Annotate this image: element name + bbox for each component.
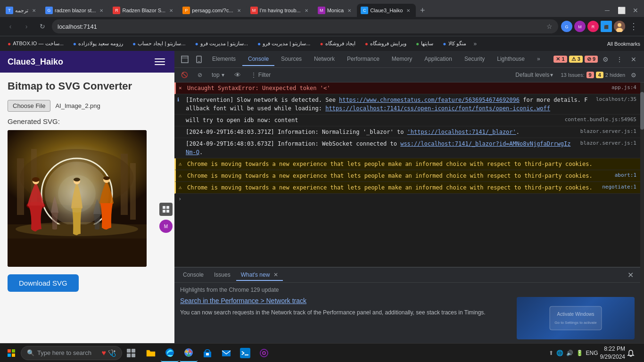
devtools-tab-more[interactable]: » — [531, 53, 546, 66]
devtools-tab-lighthouse[interactable]: Lighthouse — [491, 53, 530, 66]
console-location-1[interactable]: app.js:4 — [608, 84, 636, 92]
battery-icon[interactable]: 🔋 — [576, 350, 583, 356]
tab-close-4[interactable]: ✕ — [235, 7, 243, 14]
forward-button[interactable]: › — [20, 20, 33, 33]
devtools-close-icon[interactable]: ✕ — [627, 53, 640, 66]
issues-settings-icon[interactable]: ⚙ — [627, 68, 640, 82]
devtools-settings-icon[interactable]: ⚙ — [599, 53, 612, 66]
search-health-icon[interactable]: 🩺 — [108, 349, 116, 357]
tab-close-3[interactable]: ✕ — [167, 7, 175, 14]
devtools-tab-elements[interactable]: Elements — [206, 53, 241, 66]
devtools-bottom-tab-console[interactable]: Console — [178, 270, 208, 281]
refresh-button[interactable]: ↻ — [36, 20, 49, 33]
network-icon[interactable]: 🌐 — [556, 350, 563, 356]
notification-center[interactable] — [627, 344, 638, 362]
minimize-button[interactable]: ─ — [601, 4, 614, 17]
grid-icon[interactable] — [159, 203, 173, 216]
start-button[interactable] — [2, 344, 21, 362]
blazor-link-1[interactable]: 'https://localhost:7141/_blazor' — [407, 129, 516, 135]
bookmark-edit-store[interactable]: ● ویرایش فروشگاه — [361, 39, 410, 49]
task-view-button[interactable] — [122, 344, 140, 362]
profile-avatar[interactable] — [614, 21, 625, 32]
show-desktop-icon[interactable]: ⬆ — [549, 350, 553, 356]
console-filter-toggle[interactable]: ⊘ — [195, 71, 205, 79]
bookmark-atbox[interactable]: ● ATBOX.IO — ساخت... — [4, 39, 67, 49]
bookmark-create-store[interactable]: ● ایجاد فروشگاه — [316, 39, 359, 49]
taskbar-search[interactable]: 🔍 Type here to search ♥ 🩺 — [21, 346, 122, 360]
taskbar-vscode[interactable] — [236, 344, 254, 362]
bookmark-resume[interactable]: ● رزومه سعید پولادزاده — [69, 39, 127, 49]
devtools-tab-memory[interactable]: Memory — [386, 53, 418, 66]
intervention-link-1[interactable]: https://www.chromestatus.com/feature/563… — [339, 97, 520, 103]
devtools-options-icon[interactable]: ⋮ — [613, 53, 626, 66]
devtools-tab-sources[interactable]: Sources — [275, 53, 307, 66]
console-filter-btn[interactable]: ⋮ Filter — [248, 71, 274, 79]
tab-2[interactable]: G radzen blazor st... ✕ — [41, 4, 109, 17]
console-location-8[interactable]: negotiate:1 — [598, 183, 636, 191]
blazor-link-2[interactable]: wss://localhost:7141/_blazor?id=AMNo8vNj… — [186, 140, 570, 156]
url-bar[interactable]: localhost:7141 ☆ — [52, 19, 558, 33]
chrome-menu-button[interactable]: ⋮ — [627, 20, 640, 33]
download-svg-button[interactable]: Download SVG — [8, 274, 79, 292]
bookmark-sazito2[interactable]: ● سازیتو | مدیریت فرو... — [191, 39, 252, 49]
console-location-2[interactable]: localhost/:35 — [592, 96, 636, 104]
devtools-device-icon[interactable] — [192, 53, 206, 66]
devtools-tab-application[interactable]: Application — [419, 53, 458, 66]
console-eye-icon[interactable]: 👁 — [231, 68, 244, 82]
devtools-bottom-tab-issues[interactable]: Issues — [209, 270, 235, 281]
bookmark-star[interactable]: ☆ — [546, 23, 553, 30]
choose-file-button[interactable]: Choose File — [8, 100, 50, 112]
devtools-tab-network[interactable]: Network — [308, 53, 340, 66]
whats-new-close[interactable]: ✕ — [273, 272, 278, 278]
devtools-tab-performance[interactable]: Performance — [341, 53, 385, 66]
console-clear-button[interactable]: 🚫 — [178, 71, 191, 79]
ext-icon-4[interactable]: ⬛ — [601, 21, 612, 32]
tab-close-5[interactable]: ✕ — [303, 7, 310, 14]
devtools-tab-console[interactable]: Console — [242, 53, 274, 66]
taskbar-chrome[interactable] — [180, 344, 198, 362]
tab-6[interactable]: M Monica ✕ — [314, 4, 357, 17]
tab-7[interactable]: C Claue3_Haiko ✕ — [357, 4, 416, 17]
ext-icon-3[interactable]: R — [587, 21, 599, 32]
close-button[interactable]: ✕ — [629, 4, 642, 17]
nav-toggle-button[interactable] — [153, 57, 167, 67]
devtools-inspect-icon[interactable] — [178, 53, 191, 66]
console-location-7[interactable]: abort:1 — [611, 172, 636, 180]
volume-icon[interactable]: 🔊 — [566, 350, 573, 356]
tab-1[interactable]: T ترجمه ✕ — [2, 4, 41, 17]
taskbar-store[interactable] — [198, 344, 216, 362]
taskbar-mail[interactable] — [217, 344, 235, 362]
tab-close-7[interactable]: ✕ — [405, 7, 412, 14]
back-button[interactable]: ‹ — [4, 20, 17, 33]
devtools-scrollbar-thumb[interactable] — [640, 92, 644, 130]
bottom-panel-close[interactable]: ✕ — [625, 270, 636, 280]
ext-icon-1[interactable]: G — [561, 21, 572, 32]
all-bookmarks[interactable]: All Bookmarks — [607, 41, 640, 47]
bookmark-mongo[interactable]: ● منگو کالا — [439, 39, 470, 49]
devtools-scrollbar[interactable] — [640, 82, 644, 343]
new-tab-button[interactable]: + — [416, 4, 429, 17]
ext-icon-2[interactable]: M — [574, 21, 586, 32]
tab-close-6[interactable]: ✕ — [346, 7, 353, 14]
bookmark-sites[interactable]: ● سایتها — [412, 39, 437, 49]
maximize-button[interactable]: ⬜ — [615, 4, 628, 17]
search-heart-icon[interactable]: ♥ — [102, 349, 107, 357]
intervention-link-2[interactable]: https://localhost:7141/css/open-iconic/f… — [325, 105, 550, 112]
monica-icon[interactable]: M — [159, 220, 173, 233]
taskbar-edge[interactable] — [161, 344, 179, 362]
tab-4[interactable]: P persagg.com/?c... ✕ — [179, 4, 246, 17]
devtools-tab-security[interactable]: Security — [459, 53, 490, 66]
tab-close-2[interactable]: ✕ — [98, 7, 105, 14]
bookmark-sazito1[interactable]: ● سازیتو | ایجاد حساب... — [129, 39, 189, 49]
top-selector[interactable]: top ▾ — [209, 71, 227, 79]
default-levels-btn[interactable]: Default levels ▾ — [515, 72, 553, 78]
taskbar-file-explorer[interactable] — [142, 344, 160, 362]
tab-3[interactable]: R Radzen Blazor S... ✕ — [109, 4, 179, 17]
system-clock[interactable]: 8:22 PM 9/29/2024 — [600, 345, 625, 361]
tab-5[interactable]: M I'm having troub... ✕ — [247, 4, 314, 17]
whats-new-link[interactable]: Search in the Performance > Network trac… — [180, 297, 511, 304]
bookmark-sazito3[interactable]: ● سازیتو | مدیریت فرو... — [254, 39, 314, 49]
bookmarks-more-button[interactable]: » — [472, 39, 479, 49]
devtools-bottom-tab-whats-new[interactable]: What's new ✕ — [236, 270, 283, 281]
tab-close-1[interactable]: ✕ — [30, 7, 38, 14]
